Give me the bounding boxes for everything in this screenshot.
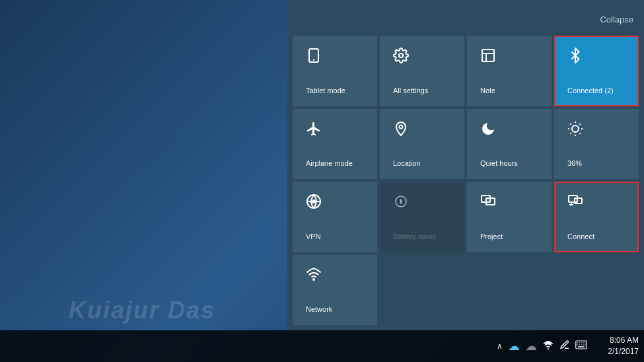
location-icon — [393, 121, 451, 141]
tile-battery-saver-label: Battery saver — [393, 233, 451, 240]
project-icon — [480, 194, 538, 213]
svg-point-21 — [400, 201, 402, 202]
watermark-text: Kuiajur Das — [0, 291, 284, 330]
tile-note[interactable]: Note — [467, 36, 552, 106]
tile-all-settings[interactable]: All settings — [380, 36, 464, 106]
tile-airplane-mode-label: Airplane mode — [306, 159, 364, 167]
tile-network[interactable]: Network — [293, 255, 377, 326]
tile-battery-saver[interactable]: Battery saver — [380, 182, 464, 252]
tile-brightness[interactable]: 36% — [554, 109, 639, 180]
tile-network-label: Network — [306, 305, 364, 313]
svg-point-2 — [313, 59, 314, 61]
taskbar-system-icons: ∧ ☁ ☁ — [497, 339, 587, 353]
collapse-bar: Collapse — [287, 0, 644, 33]
collapse-button[interactable]: Collapse — [600, 15, 633, 24]
tile-brightness-label: 36% — [567, 159, 626, 167]
tile-connect-label: Connect — [567, 233, 626, 240]
chevron-up-icon[interactable]: ∧ — [497, 342, 503, 351]
tile-airplane-mode[interactable]: Airplane mode — [293, 109, 377, 180]
svg-point-7 — [400, 125, 403, 128]
svg-rect-4 — [482, 50, 494, 61]
taskbar: ∧ ☁ ☁ — [0, 330, 644, 362]
empty-cell-3 — [554, 255, 639, 326]
svg-point-28 — [313, 279, 314, 280]
tile-connect[interactable]: Connect — [554, 182, 639, 252]
connect-icon — [567, 194, 626, 213]
tile-quiet-hours-label: Quiet hours — [480, 159, 538, 167]
bluetooth-icon — [567, 48, 626, 67]
tile-quiet-hours[interactable]: Quiet hours — [467, 109, 552, 180]
svg-point-3 — [399, 54, 403, 57]
tile-note-label: Note — [480, 87, 538, 94]
taskbar-clock[interactable]: 8:06 AM 2/1/2017 — [592, 335, 639, 357]
svg-line-11 — [570, 124, 571, 124]
svg-line-16 — [579, 124, 580, 124]
empty-cell-2 — [467, 255, 552, 326]
tile-bluetooth[interactable]: Connected (2) — [554, 36, 639, 106]
brightness-icon — [567, 121, 626, 141]
svg-line-15 — [570, 133, 571, 133]
tile-location[interactable]: Location — [380, 109, 464, 180]
tile-vpn[interactable]: VPN — [293, 182, 377, 252]
tile-location-label: Location — [393, 159, 451, 167]
tile-bluetooth-label: Connected (2) — [567, 87, 626, 94]
empty-cell-1 — [380, 255, 464, 326]
network-icon — [306, 267, 364, 287]
tile-vpn-label: VPN — [306, 233, 364, 240]
taskbar-date: 2/1/2017 — [608, 346, 639, 357]
tile-tablet-mode[interactable]: Tablet mode — [293, 36, 377, 106]
taskbar-time: 8:06 AM — [610, 335, 639, 346]
note-icon — [480, 48, 538, 67]
onedrive-icon[interactable]: ☁ — [508, 339, 520, 353]
svg-line-12 — [579, 133, 580, 133]
onedrive2-icon[interactable]: ☁ — [525, 339, 537, 353]
tile-tablet-mode-label: Tablet mode — [306, 87, 364, 94]
svg-point-8 — [572, 126, 579, 132]
tile-project[interactable]: Project — [467, 182, 552, 252]
tile-project-label: Project — [480, 233, 538, 240]
action-center: Collapse Tablet mode — [287, 0, 644, 330]
tile-all-settings-label: All settings — [393, 87, 451, 94]
pen-icon[interactable] — [559, 340, 570, 353]
quiet-hours-icon — [480, 121, 538, 141]
wifi-icon[interactable] — [542, 340, 554, 353]
airplane-mode-icon — [306, 121, 364, 141]
tablet-mode-icon — [306, 48, 364, 67]
svg-point-29 — [548, 348, 549, 349]
keyboard-icon[interactable] — [575, 340, 587, 352]
vpn-icon — [306, 194, 364, 213]
tiles-grid: Tablet mode All settings — [287, 33, 644, 330]
all-settings-icon — [393, 48, 451, 67]
battery-saver-icon — [393, 194, 451, 213]
